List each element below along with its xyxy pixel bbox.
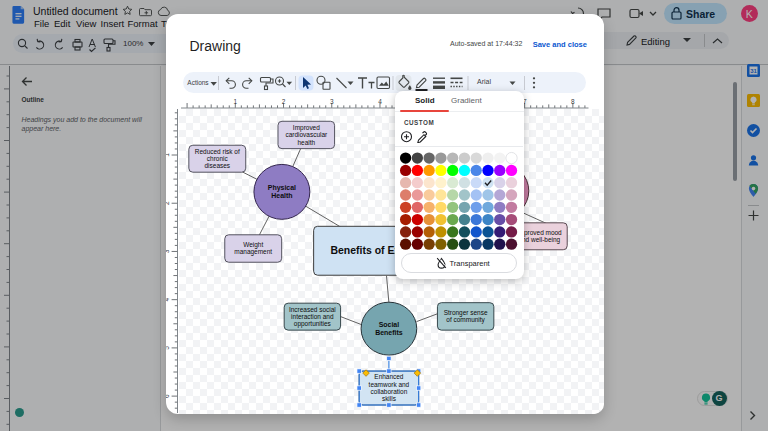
svg-text:2: 2 (282, 98, 286, 105)
svg-text:8: 8 (571, 98, 575, 105)
svg-text:Increased social: Increased social (288, 306, 335, 313)
svg-text:3: 3 (330, 98, 334, 105)
svg-text:6: 6 (166, 394, 170, 398)
svg-text:Reduced risk of: Reduced risk of (194, 148, 239, 155)
svg-text:and well-being: and well-being (518, 236, 560, 244)
svg-text:management: management (234, 248, 272, 256)
svg-text:4: 4 (166, 298, 170, 302)
svg-text:diseases: diseases (204, 162, 230, 169)
svg-text:4: 4 (378, 98, 382, 105)
svg-text:Physical: Physical (267, 184, 295, 192)
svg-text:1: 1 (233, 98, 237, 105)
svg-text:cardiovascular: cardiovascular (285, 131, 328, 138)
svg-text:Health: Health (271, 192, 292, 199)
svg-text:opportunities: opportunities (293, 320, 330, 328)
svg-text:Benefits: Benefits (375, 329, 403, 336)
svg-text:Social: Social (378, 321, 399, 328)
svg-text:chronic: chronic (206, 155, 228, 162)
svg-text:health: health (297, 139, 315, 146)
svg-text:1: 1 (166, 153, 170, 157)
svg-text:interaction and: interaction and (291, 313, 334, 320)
svg-text:teamwork and: teamwork and (368, 381, 409, 388)
svg-text:collaboration: collaboration (370, 388, 407, 395)
svg-text:2: 2 (166, 201, 170, 205)
svg-text:3: 3 (166, 249, 170, 253)
svg-text:Enhanced: Enhanced (374, 373, 404, 380)
svg-text:of community: of community (446, 316, 485, 324)
svg-text:5: 5 (166, 346, 170, 350)
svg-text:skills: skills (381, 395, 395, 402)
